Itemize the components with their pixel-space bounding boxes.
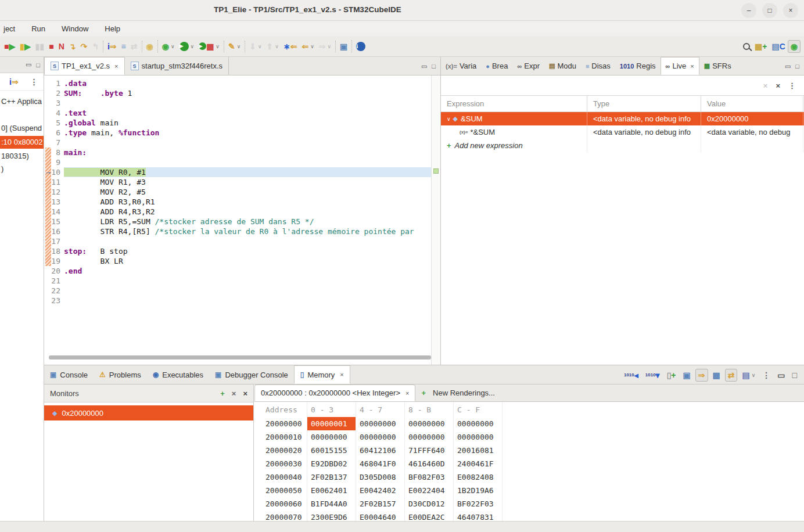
code-line[interactable]: 3 <box>44 98 431 108</box>
menu-help[interactable]: Help <box>96 24 128 33</box>
memory-cell[interactable]: 00000000 <box>307 430 356 444</box>
close-tab-icon[interactable]: × <box>405 390 409 397</box>
memory-cell[interactable]: 00000000 <box>405 430 454 444</box>
menu-window[interactable]: Window <box>53 24 96 33</box>
resume-button[interactable]: ▮▶ <box>17 41 33 52</box>
memory-cell[interactable]: BF022F03 <box>454 497 502 511</box>
tab-breakpoints[interactable]: ●Brea <box>481 57 512 75</box>
memory-row[interactable]: 2000000000000001000000000000000000000000 <box>254 417 804 430</box>
maximize-view-button[interactable]: □ <box>790 369 799 381</box>
tab-variables[interactable]: (x)=Varia <box>441 57 481 75</box>
overview-marker[interactable] <box>433 168 439 174</box>
pin-editor-button[interactable]: ▣ <box>338 41 350 52</box>
column-expression[interactable]: Expression <box>441 96 587 112</box>
remove-all-memory-monitors-button[interactable]: × <box>243 389 247 398</box>
code-editor[interactable]: → 1.data2SUM: .byte 134.text5.global mai… <box>44 76 440 365</box>
memory-rendering-tab[interactable]: 0x20000000 : 0x20000000 <Hex Integer>× <box>254 384 415 401</box>
memory-cell[interactable]: 1B2D19A6 <box>454 484 502 497</box>
back-button[interactable]: ⇐∨ <box>299 41 316 52</box>
expression-row[interactable]: (x)=*&SUM<data variable, no debug info<d… <box>441 125 804 139</box>
memory-cell[interactable]: 2400461F <box>454 457 502 470</box>
view-menu-button[interactable]: ⋮ <box>788 81 796 90</box>
memory-cell[interactable]: 00000001 <box>307 417 356 430</box>
new-memory-view-button[interactable]: ▯+ <box>665 369 679 381</box>
maximize-button[interactable]: □ <box>762 3 777 18</box>
tab-startup_stm32f446retx.s[interactable]: Sstartup_stm32f446retx.s <box>125 57 229 75</box>
profiler-button[interactable]: ◉ <box>144 41 156 52</box>
memory-cell[interactable]: 00000000 <box>454 417 502 430</box>
debug-tree-item[interactable]: 0] (Suspend <box>0 122 44 135</box>
code-line[interactable]: 8main: <box>44 148 431 157</box>
device-configuration-button[interactable]: ✎∨ <box>226 41 243 52</box>
memory-cell[interactable]: 00000000 <box>356 430 405 444</box>
code-line[interactable]: 12 MOV R2, #5 <box>44 187 431 197</box>
memory-cell[interactable]: E0042402 <box>356 484 405 497</box>
memory-row[interactable]: 200000402F02B137D305D008BF082F03E0082408 <box>254 470 804 484</box>
debug-dropdown-icon[interactable]: ∨ <box>171 44 175 49</box>
column-type[interactable]: Type <box>587 96 701 112</box>
tab-memory[interactable]: ▯Memory× <box>294 365 350 384</box>
code-line[interactable]: 1.data <box>44 78 431 88</box>
memory-cell[interactable]: 468041F0 <box>356 457 405 470</box>
memory-cell[interactable]: E0082408 <box>454 470 502 484</box>
debug-tree-item[interactable]: ) <box>0 163 44 175</box>
column-value[interactable]: Value <box>701 96 803 112</box>
maximize-view-icon[interactable]: □ <box>36 62 40 69</box>
close-tab-icon[interactable]: × <box>690 63 694 70</box>
step-into-button[interactable]: ↴ <box>67 41 78 52</box>
code-line[interactable]: 20.end <box>44 266 431 276</box>
tab-problems[interactable]: ⚠Problems <box>94 365 147 384</box>
maximize-view-icon[interactable]: □ <box>795 63 799 70</box>
minimize-view-icon[interactable]: ▭ <box>421 63 427 70</box>
memory-cell[interactable]: E0022404 <box>405 484 454 497</box>
external-tools-button[interactable]: ▶▦∨ <box>196 41 222 52</box>
minimize-view-icon[interactable]: ▭ <box>26 61 31 69</box>
close-tab-icon[interactable]: × <box>340 371 343 378</box>
code-line[interactable]: 2SUM: .byte 1 <box>44 88 431 98</box>
show-commands-info-button[interactable]: i <box>354 40 368 53</box>
external-tools-dropdown-icon[interactable]: ∨ <box>216 44 220 49</box>
expression-row[interactable]: +Add new expression <box>441 139 804 152</box>
memory-cell[interactable]: 4616460D <box>405 457 454 470</box>
minimize-view-icon[interactable]: ▭ <box>785 63 791 70</box>
memory-monitor-item[interactable]: ◆0x20000000 <box>44 405 253 420</box>
memory-row[interactable]: 20000060B1FD44A02F02B157D30CD012BF022F03 <box>254 497 804 511</box>
memory-cell[interactable]: 00000000 <box>454 430 502 444</box>
link-memory-rendering-button[interactable]: ⇄ <box>725 369 738 382</box>
import-memory-button[interactable]: 1010▾ <box>643 369 662 381</box>
memory-row[interactable]: 20000030E92DBD02468041F04616460D2400461F <box>254 457 804 470</box>
layout-dropdown-icon[interactable]: ∨ <box>752 372 756 378</box>
minimize-button[interactable]: – <box>741 3 756 18</box>
terminate-button[interactable]: ■ <box>46 41 56 52</box>
debug-tree-item[interactable]: :10 0x80002 <box>0 136 44 149</box>
toggle-split-pane-button[interactable]: ▦ <box>710 369 723 381</box>
search-button[interactable] <box>741 41 752 52</box>
menu-run[interactable]: Run <box>23 24 53 33</box>
new-renderings-tab[interactable]: +New Renderings... <box>415 384 501 401</box>
terminate-relaunch-button[interactable]: ■▶ <box>2 41 17 52</box>
horizontal-scrollbar[interactable] <box>49 355 431 361</box>
tab-registers[interactable]: 1010Regis <box>615 57 661 75</box>
remove-memory-monitor-button[interactable]: × <box>232 389 236 398</box>
memory-cell[interactable]: 60412106 <box>356 444 405 457</box>
debug-tree-item[interactable]: 180315) <box>0 150 44 163</box>
memory-row[interactable]: 20000020600151556041210671FFF64020016081 <box>254 444 804 457</box>
memory-cell[interactable]: B1FD44A0 <box>307 497 356 511</box>
debug-button[interactable]: ◉∨ <box>160 41 177 52</box>
instruction-stepping-button[interactable]: i⇒ <box>7 76 21 88</box>
memory-cell[interactable]: 20016081 <box>454 444 502 457</box>
code-line[interactable]: 18stop: B stop <box>44 246 431 256</box>
close-button[interactable]: × <box>783 3 798 18</box>
debug-perspective-button[interactable]: ◉ <box>788 40 801 53</box>
pin-memory-monitor-button[interactable]: ▣ <box>681 369 693 381</box>
memory-cell[interactable]: 00000000 <box>356 417 405 430</box>
minimize-view-button[interactable]: ▭ <box>775 369 787 381</box>
memory-cell[interactable]: 2F02B137 <box>307 470 356 484</box>
tab-console[interactable]: ▣Console <box>44 365 94 384</box>
open-perspective-button[interactable]: ▦+ <box>752 41 769 52</box>
code-line[interactable]: 15 LDR R5,=SUM /*stocker adresse de SUM … <box>44 217 431 227</box>
memory-cell[interactable]: 2F02B157 <box>356 497 405 511</box>
code-line[interactable]: 5.global main <box>44 118 431 128</box>
memory-row[interactable]: 20000050E0062401E0042402E00224041B2D19A6 <box>254 484 804 497</box>
remove-all-expressions-button[interactable]: × <box>776 81 780 90</box>
